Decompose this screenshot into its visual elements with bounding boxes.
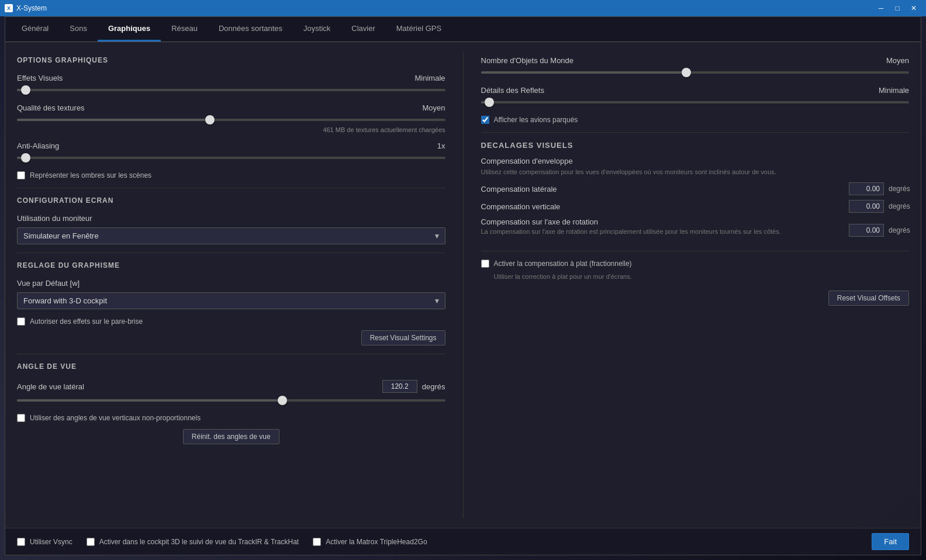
- section-options-graphiques: OPTIONS GRAPHIQUES: [17, 56, 445, 64]
- ombres-label[interactable]: Représenter les ombres sur les scènes: [30, 171, 151, 179]
- effets-visuels-slider[interactable]: [17, 85, 445, 95]
- details-reflets-value: Minimale: [879, 86, 909, 95]
- right-column: Nombre d'Objets du Monde Moyen Détails d…: [464, 51, 910, 518]
- left-column: OPTIONS GRAPHIQUES Effets Visuels Minima…: [17, 51, 464, 518]
- comp-plat-desc: Utiliser la correction à plat pour un mu…: [494, 272, 910, 281]
- divider-1: [17, 188, 445, 188]
- qualite-textures-row: Qualité des textures Moyen 461 MB de tex…: [17, 103, 445, 133]
- comp-verticale-input[interactable]: [849, 200, 884, 213]
- anti-aliasing-label: Anti-Aliasing: [17, 141, 59, 150]
- tab-graphiques[interactable]: Graphiques: [98, 17, 161, 42]
- ombres-row: Représenter les ombres sur les scènes: [17, 171, 445, 179]
- matrox-checkbox[interactable]: [313, 538, 321, 546]
- divider-right-1: [481, 132, 910, 133]
- fait-button[interactable]: Fait: [872, 533, 909, 550]
- avions-parques-checkbox[interactable]: [481, 116, 489, 124]
- trackir-row: Activer dans le cockpit 3D le suivi de v…: [87, 538, 299, 546]
- app-title: X-System: [16, 4, 47, 12]
- vue-defaut-select[interactable]: Forward with 3-D cockpit Forward with 2-…: [17, 292, 445, 309]
- comp-verticale-label: Compensation verticale: [481, 202, 849, 211]
- section-decalages-visuels: DECALAGES VISUELS: [481, 141, 910, 150]
- reset-visual-settings-button[interactable]: Reset Visual Settings: [361, 330, 445, 345]
- divider-3: [17, 354, 445, 354]
- compensation-title: Compensation d'enveloppe: [481, 157, 910, 165]
- divider-right-2: [481, 251, 910, 251]
- vsync-row: Utiliser Vsync: [17, 538, 72, 546]
- tab-clavier[interactable]: Clavier: [341, 17, 385, 42]
- nombre-objets-slider[interactable]: [481, 67, 910, 78]
- comp-verticale-row: Compensation verticale degrés: [481, 200, 910, 213]
- trackir-checkbox[interactable]: [87, 538, 95, 546]
- ombres-checkbox[interactable]: [17, 171, 25, 179]
- angle-lateral-row: Angle de vue latéral degrés: [17, 380, 445, 406]
- details-reflets-slider[interactable]: [481, 97, 910, 108]
- compensation-enveloppe-section: Compensation d'enveloppe Utilisez cette …: [481, 157, 910, 243]
- effets-visuels-row: Effets Visuels Minimale: [17, 74, 445, 95]
- reset-visual-offsets-button[interactable]: Reset Visual Offsets: [828, 291, 909, 306]
- angles-nonprop-row: Utiliser des angles de vue verticaux non…: [17, 414, 445, 422]
- effets-visuels-value: Minimale: [414, 74, 445, 82]
- reinit-angles-button[interactable]: Réinit. des angles de vue: [183, 429, 279, 444]
- anti-aliasing-row: Anti-Aliasing 1x: [17, 141, 445, 163]
- trackir-label[interactable]: Activer dans le cockpit 3D le suivi de v…: [99, 538, 299, 546]
- moniteur-select-wrapper: Simulateur en Fenêtre Plein écran Multi-…: [17, 227, 445, 244]
- nombre-objets-row: Nombre d'Objets du Monde Moyen: [481, 56, 910, 78]
- tab-general[interactable]: Général: [11, 17, 59, 42]
- section-reglage-graphisme: REGLAGE DU GRAPHISME: [17, 261, 445, 269]
- comp-laterale-unit: degrés: [889, 185, 909, 193]
- textures-info: 461 MB de textures actuellement chargées: [17, 126, 445, 133]
- compensation-desc: Utilisez cette compensation pour les vue…: [481, 168, 910, 177]
- vsync-checkbox[interactable]: [17, 538, 25, 546]
- comp-plat-checkbox[interactable]: [481, 260, 489, 268]
- avions-parques-label[interactable]: Afficher les avions parqués: [494, 116, 578, 124]
- anti-aliasing-slider[interactable]: [17, 153, 445, 163]
- comp-plat-row: Activer la compensation à plat (fraction…: [481, 260, 910, 268]
- anti-aliasing-value: 1x: [437, 141, 445, 150]
- title-bar: X X-System ─ □ ✕: [0, 0, 926, 16]
- parebrise-row: Autoriser des effets sur le pare-brise: [17, 317, 445, 326]
- avions-parques-row: Afficher les avions parqués: [481, 116, 910, 124]
- close-button[interactable]: ✕: [906, 2, 921, 14]
- angle-lateral-unit: degrés: [422, 382, 445, 391]
- bottom-bar: Utiliser Vsync Activer dans le cockpit 3…: [5, 528, 921, 555]
- comp-rotation-input[interactable]: [849, 224, 884, 237]
- comp-laterale-input[interactable]: [849, 182, 884, 195]
- minimize-button[interactable]: ─: [873, 2, 889, 14]
- details-reflets-label: Détails des Reflets: [481, 86, 544, 95]
- comp-rotation-desc: La compensation sur l'axe de rotation es…: [481, 227, 849, 236]
- app-icon: X: [5, 4, 13, 12]
- matrox-row: Activer la Matrox TripleHead2Go: [313, 538, 427, 546]
- nombre-objets-value: Moyen: [886, 56, 909, 65]
- maximize-button[interactable]: □: [890, 2, 905, 14]
- vsync-label[interactable]: Utiliser Vsync: [30, 538, 72, 546]
- comp-verticale-unit: degrés: [889, 202, 909, 210]
- comp-plat-label[interactable]: Activer la compensation à plat (fraction…: [494, 260, 632, 268]
- matrox-label[interactable]: Activer la Matrox TripleHead2Go: [326, 538, 427, 546]
- comp-rotation-unit: degrés: [889, 226, 909, 234]
- nombre-objets-label: Nombre d'Objets du Monde: [481, 56, 574, 65]
- moniteur-row: Utilisation du moniteur Simulateur en Fe…: [17, 214, 445, 244]
- comp-laterale-row: Compensation latérale degrés: [481, 182, 910, 195]
- section-config-ecran: CONFIGURATION ECRAN: [17, 196, 445, 205]
- details-reflets-row: Détails des Reflets Minimale: [481, 86, 910, 108]
- moniteur-select[interactable]: Simulateur en Fenêtre Plein écran Multi-…: [17, 227, 445, 244]
- angles-nonprop-checkbox[interactable]: [17, 414, 25, 422]
- main-window: Général Sons Graphiques Réseau Données s…: [5, 16, 921, 555]
- qualite-textures-slider[interactable]: [17, 115, 445, 125]
- comp-laterale-label: Compensation latérale: [481, 185, 849, 193]
- tab-materiel[interactable]: Matériel GPS: [386, 17, 452, 42]
- parebrise-checkbox[interactable]: [17, 317, 25, 326]
- angle-lateral-slider[interactable]: [17, 395, 445, 406]
- moniteur-label: Utilisation du moniteur: [17, 214, 92, 223]
- tab-sons[interactable]: Sons: [59, 17, 98, 42]
- parebrise-label[interactable]: Autoriser des effets sur le pare-brise: [30, 317, 143, 326]
- comp-rotation-label: Compensation sur l'axe de rotation: [481, 217, 849, 226]
- tab-joystick[interactable]: Joystick: [293, 17, 341, 42]
- reinit-angles-row: Réinit. des angles de vue: [17, 429, 445, 444]
- angles-nonprop-label[interactable]: Utiliser des angles de vue verticaux non…: [30, 414, 201, 422]
- content-area: OPTIONS GRAPHIQUES Effets Visuels Minima…: [5, 42, 921, 528]
- angle-lateral-label: Angle de vue latéral: [17, 382, 84, 391]
- angle-lateral-input[interactable]: [382, 380, 417, 393]
- tab-reseau[interactable]: Réseau: [161, 17, 208, 42]
- tab-donnees[interactable]: Données sortantes: [208, 17, 293, 42]
